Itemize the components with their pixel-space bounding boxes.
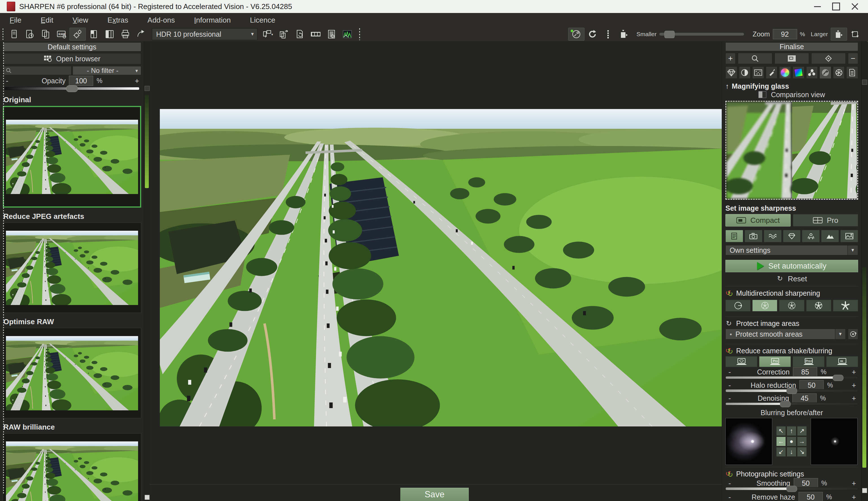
- preset-thumbnail-raw-brilliance[interactable]: [3, 433, 141, 501]
- preset-thumbnail-reduce-jpeg[interactable]: [3, 223, 141, 313]
- colour-cube-button[interactable]: [793, 66, 804, 79]
- opacity-slider[interactable]: [4, 85, 139, 91]
- scrollbar-thumb[interactable]: [862, 267, 866, 468]
- window-layout-button[interactable]: [774, 53, 809, 64]
- menu-item-view[interactable]: View: [63, 16, 98, 24]
- slider-thumb[interactable]: [786, 388, 797, 394]
- shake-mode-basic-button[interactable]: [726, 356, 757, 367]
- toolbar-grip[interactable]: [2, 29, 3, 40]
- remove-category-button[interactable]: −: [848, 53, 858, 64]
- report-button[interactable]: [846, 66, 858, 79]
- scrollbar-button[interactable]: [144, 495, 150, 500]
- magnifier-section-header[interactable]: ↑ Magnifying glass: [726, 82, 858, 90]
- protect-areas-dropdown[interactable]: ● Protect smooth areas ▼: [726, 329, 846, 340]
- slider-decrease[interactable]: -: [726, 394, 734, 403]
- main-photo[interactable]: [160, 109, 726, 426]
- zoom-slider-thumb[interactable]: [664, 31, 675, 38]
- scrollbar-thumb[interactable]: [145, 95, 149, 188]
- slider-increase[interactable]: +: [850, 493, 858, 501]
- zoom-100-button[interactable]: [831, 28, 847, 41]
- panel-drag-grip[interactable]: [3, 42, 4, 494]
- shake-mode-proplus-button[interactable]: Pro+: [793, 356, 825, 367]
- raw-settings-button[interactable]: RAW: [54, 28, 69, 40]
- preset-thumbnail-optimise-raw[interactable]: [3, 328, 141, 418]
- menu-item-information[interactable]: Information: [184, 16, 240, 24]
- menu-item-edit[interactable]: Edit: [31, 16, 63, 24]
- comparison-toggle[interactable]: [759, 91, 767, 98]
- blur-dir-center[interactable]: ●: [787, 437, 796, 446]
- slider-increase[interactable]: +: [850, 368, 858, 376]
- slider-thumb[interactable]: [780, 401, 791, 407]
- triple-view-button[interactable]: [101, 28, 117, 40]
- correction-slider[interactable]: [726, 376, 858, 379]
- realtime-preview-button[interactable]: [568, 28, 585, 41]
- file-reload-button[interactable]: [292, 28, 308, 40]
- blur-dir-down-right[interactable]: ↘: [797, 447, 807, 457]
- slider-increase[interactable]: +: [850, 479, 858, 488]
- blur-dir-up-right[interactable]: ↗: [797, 426, 807, 436]
- halo-slider[interactable]: [726, 389, 858, 392]
- shake-mode-unlimited-button[interactable]: ∞: [826, 356, 858, 367]
- open-browser-button[interactable]: Open browser: [3, 53, 141, 64]
- slider-increase[interactable]: +: [850, 394, 858, 403]
- menu-item-licence[interactable]: Licence: [240, 16, 285, 24]
- sharpen-direction-4-button[interactable]: [806, 300, 831, 311]
- own-settings-dropdown[interactable]: Own settings ▼: [726, 245, 858, 255]
- correction-value-field[interactable]: 85: [793, 367, 817, 377]
- device-sync-button[interactable]: ▾: [260, 28, 276, 40]
- menu-item-add-ons[interactable]: Add-ons: [138, 16, 184, 24]
- slider-decrease[interactable]: -: [726, 479, 734, 488]
- export-button[interactable]: [133, 28, 149, 40]
- blur-dir-down-left[interactable]: ↙: [776, 447, 786, 457]
- preview-zoom-button[interactable]: [324, 28, 340, 40]
- blur-dir-right[interactable]: →: [797, 437, 807, 446]
- scrollbar-button[interactable]: [862, 488, 867, 493]
- subject-camera-button[interactable]: [744, 230, 762, 242]
- right-panel-scrollbar[interactable]: [861, 41, 867, 501]
- halo-value-field[interactable]: 50: [800, 380, 824, 390]
- menu-item-file[interactable]: File: [0, 16, 31, 24]
- save-button[interactable]: Save: [400, 488, 469, 501]
- sharpen-direction-2-button[interactable]: [752, 300, 778, 311]
- add-category-button[interactable]: +: [726, 53, 736, 64]
- preset-thumbnail-original[interactable]: [3, 106, 141, 207]
- contrast-tool-button[interactable]: [739, 66, 751, 79]
- smoothing-value-field[interactable]: 50: [794, 478, 818, 488]
- subject-landscape-button[interactable]: [840, 230, 858, 242]
- sharpen-direction-1-button[interactable]: [726, 300, 751, 311]
- preset-dropdown[interactable]: HDR 10 professional ▼: [152, 28, 258, 40]
- left-panel-scrollbar[interactable]: [144, 41, 150, 501]
- mask-brush-button[interactable]: [819, 66, 831, 79]
- remove-haze-value-field[interactable]: 50: [799, 492, 823, 501]
- reset-section-icon[interactable]: [726, 290, 733, 297]
- opacity-increase[interactable]: +: [133, 76, 141, 85]
- subject-water-button[interactable]: [764, 230, 782, 242]
- denoising-slider[interactable]: [726, 403, 858, 406]
- slider-decrease[interactable]: -: [726, 368, 734, 376]
- slider-increase[interactable]: +: [850, 381, 858, 390]
- blur-dir-left[interactable]: ←: [776, 437, 786, 446]
- sharpen-direction-5-button[interactable]: [833, 300, 858, 311]
- reset-section-icon[interactable]: [726, 320, 733, 327]
- subject-people-button[interactable]: [802, 230, 820, 242]
- redo-button[interactable]: [585, 28, 600, 40]
- blur-dir-down[interactable]: ↓: [787, 447, 796, 457]
- comparison-view[interactable]: [726, 101, 858, 200]
- fit-to-window-button[interactable]: [616, 28, 632, 40]
- colour-wheel-button[interactable]: [779, 66, 791, 79]
- blur-dir-up-left[interactable]: ↖: [776, 426, 786, 436]
- set-automatically-button[interactable]: Set automatically: [726, 260, 858, 272]
- shake-mode-pro-button[interactable]: Pro: [759, 356, 791, 367]
- subject-mountains-button[interactable]: [821, 230, 839, 242]
- filmstrip-view-button[interactable]: [308, 28, 324, 40]
- subject-document-button[interactable]: [726, 230, 743, 242]
- batch-copy-button[interactable]: [276, 28, 292, 40]
- compare-strip-button[interactable]: [600, 28, 616, 40]
- rotate-canvas-button[interactable]: [847, 28, 863, 40]
- reset-section-icon[interactable]: [726, 470, 733, 478]
- settings-button[interactable]: [69, 28, 86, 41]
- node-graph-button[interactable]: [806, 66, 818, 79]
- denoising-value-field[interactable]: 45: [792, 393, 817, 404]
- tab-pro[interactable]: Pro: [793, 214, 858, 226]
- close-button[interactable]: [845, 1, 864, 12]
